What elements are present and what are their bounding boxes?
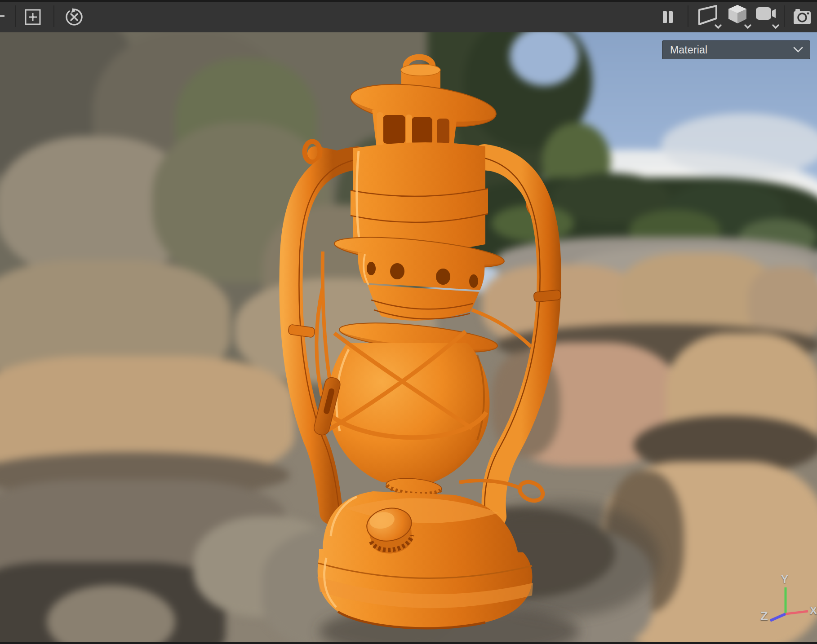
viewport-3d[interactable]: Material Y X Z xyxy=(0,32,817,642)
screenshot-camera-icon xyxy=(792,7,813,27)
window-top-strip xyxy=(0,0,817,2)
shading-mode-label: Material xyxy=(662,44,793,56)
chevron-down-icon xyxy=(773,25,778,28)
pause-button[interactable] xyxy=(659,2,677,32)
axis-y-label: Y xyxy=(781,573,788,586)
axis-x-label: X xyxy=(810,604,817,617)
lantern-fuel-tank xyxy=(317,478,546,628)
cube-view-icon xyxy=(726,4,752,31)
camera-view-menu-button[interactable] xyxy=(753,2,781,32)
lantern-tank-hook xyxy=(517,478,546,504)
overflow-dash-icon[interactable] xyxy=(0,2,8,32)
axis-x-line xyxy=(786,611,808,614)
backdrop-icon xyxy=(697,4,723,31)
axis-gizmo[interactable]: Y X Z xyxy=(750,575,817,642)
shading-mode-dropdown[interactable]: Material xyxy=(662,40,810,59)
lantern-mid-cylinder xyxy=(351,142,488,252)
reset-rotation-icon xyxy=(64,7,84,27)
axis-z-line xyxy=(770,614,786,621)
focus-frame-icon xyxy=(23,8,42,26)
chevron-down-icon xyxy=(715,25,721,28)
viewer-toolbar xyxy=(0,2,817,32)
toolbar-separator xyxy=(688,5,688,27)
reset-rotation-button[interactable] xyxy=(63,2,85,32)
model-lantern[interactable] xyxy=(0,32,817,642)
screenshot-button[interactable] xyxy=(791,2,814,32)
backdrop-menu-button[interactable] xyxy=(696,2,724,32)
chevron-down-icon xyxy=(745,25,750,28)
lantern-chimney-cap xyxy=(348,64,498,151)
toolbar-separator xyxy=(15,5,16,27)
axis-z-label: Z xyxy=(760,609,768,623)
camera-view-icon xyxy=(754,4,780,31)
pause-icon xyxy=(660,9,675,25)
chevron-down-icon xyxy=(793,46,804,53)
window-bottom-strip xyxy=(0,642,817,644)
focus-frame-button[interactable] xyxy=(22,2,43,32)
toolbar-separator xyxy=(784,5,785,27)
toolbar-separator xyxy=(53,5,54,27)
cube-view-menu-button[interactable] xyxy=(725,2,753,32)
